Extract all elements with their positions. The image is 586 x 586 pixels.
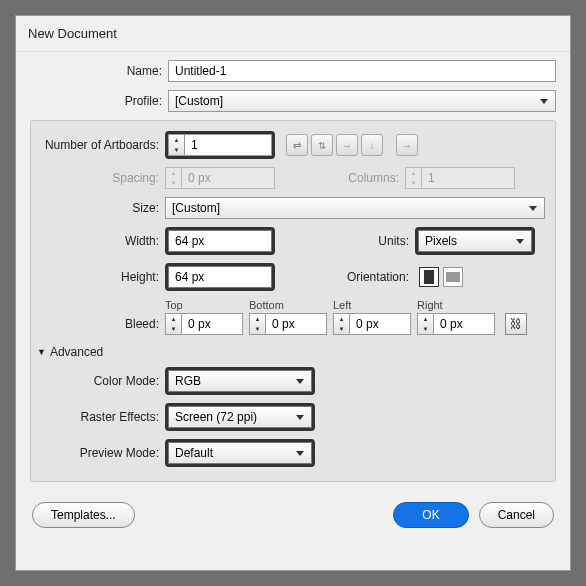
preview-mode-select[interactable] xyxy=(168,442,312,464)
dialog-title: New Document xyxy=(16,16,570,52)
advanced-toggle[interactable]: ▼ Advanced xyxy=(37,345,545,359)
units-label: Units: xyxy=(275,234,415,248)
ok-button[interactable]: OK xyxy=(393,502,468,528)
raster-effects-label: Raster Effects: xyxy=(41,410,165,424)
profile-select[interactable] xyxy=(168,90,556,112)
profile-label: Profile: xyxy=(30,94,168,108)
size-label: Size: xyxy=(41,201,165,215)
size-select[interactable] xyxy=(165,197,545,219)
orientation-label: Orientation: xyxy=(275,270,415,284)
link-bleed-icon[interactable]: ⛓ xyxy=(505,313,527,335)
columns-stepper: ▲▼ xyxy=(405,167,421,189)
spacing-stepper: ▲▼ xyxy=(165,167,181,189)
raster-effects-select[interactable] xyxy=(168,406,312,428)
bleed-left-input[interactable] xyxy=(349,313,411,335)
orientation-landscape-icon[interactable] xyxy=(443,267,463,287)
width-input[interactable] xyxy=(168,230,272,252)
spacing-input xyxy=(181,167,275,189)
color-mode-label: Color Mode: xyxy=(41,374,165,388)
artboards-input[interactable] xyxy=(184,134,272,156)
advanced-label: Advanced xyxy=(50,345,103,359)
columns-label: Columns: xyxy=(275,171,405,185)
bleed-right-input[interactable] xyxy=(433,313,495,335)
bleed-top-label: Top xyxy=(165,299,249,311)
height-input[interactable] xyxy=(168,266,272,288)
columns-input xyxy=(421,167,515,189)
bleed-right-stepper[interactable]: ▲▼ xyxy=(417,313,433,335)
document-panel: Number of Artboards: ▲▼ ⇄ ⇅ → ↓ → xyxy=(30,120,556,482)
bleed-bottom-input[interactable] xyxy=(265,313,327,335)
grid-by-column-icon[interactable]: ⇅ xyxy=(311,134,333,156)
preview-mode-label: Preview Mode: xyxy=(41,446,165,460)
chevron-down-icon: ▼ xyxy=(37,347,46,357)
arrange-right-icon[interactable]: → xyxy=(336,134,358,156)
color-mode-select[interactable] xyxy=(168,370,312,392)
templates-button[interactable]: Templates... xyxy=(32,502,135,528)
arrange-down-icon[interactable]: ↓ xyxy=(361,134,383,156)
bleed-bottom-label: Bottom xyxy=(249,299,333,311)
artboards-stepper[interactable]: ▲▼ xyxy=(168,134,184,156)
artboards-label: Number of Artboards: xyxy=(41,138,165,152)
bleed-left-label: Left xyxy=(333,299,417,311)
arrange-ltr-icon[interactable]: → xyxy=(396,134,418,156)
bleed-top-input[interactable] xyxy=(181,313,243,335)
height-label: Height: xyxy=(41,270,165,284)
cancel-button[interactable]: Cancel xyxy=(479,502,554,528)
name-label: Name: xyxy=(30,64,168,78)
name-input[interactable] xyxy=(168,60,556,82)
bleed-left-stepper[interactable]: ▲▼ xyxy=(333,313,349,335)
units-select[interactable] xyxy=(418,230,532,252)
bleed-right-label: Right xyxy=(417,299,501,311)
spacing-label: Spacing: xyxy=(41,171,165,185)
orientation-portrait-icon[interactable] xyxy=(419,267,439,287)
bleed-label: Bleed: xyxy=(41,317,165,331)
width-label: Width: xyxy=(41,234,165,248)
grid-by-row-icon[interactable]: ⇄ xyxy=(286,134,308,156)
new-document-dialog: New Document Name: Profile: Number of Ar… xyxy=(15,15,571,571)
bleed-top-stepper[interactable]: ▲▼ xyxy=(165,313,181,335)
bleed-bottom-stepper[interactable]: ▲▼ xyxy=(249,313,265,335)
